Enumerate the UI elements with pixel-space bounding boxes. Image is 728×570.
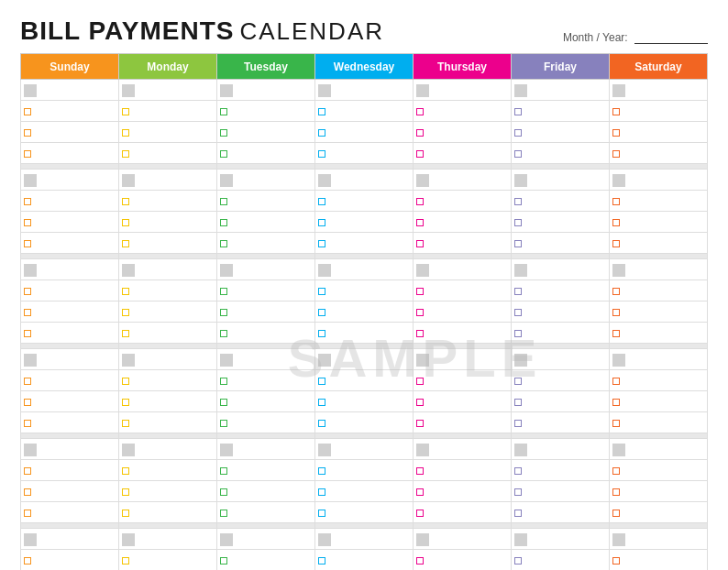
item-cell[interactable]: [217, 550, 315, 571]
checkbox[interactable]: [612, 150, 620, 158]
item-cell[interactable]: [414, 212, 512, 233]
item-cell[interactable]: [119, 481, 217, 502]
item-cell[interactable]: [512, 481, 610, 502]
checkbox[interactable]: [514, 399, 522, 406]
checkbox[interactable]: [416, 378, 424, 385]
checkbox[interactable]: [612, 467, 620, 475]
checkbox[interactable]: [416, 399, 424, 406]
checkbox[interactable]: [24, 288, 31, 295]
item-cell[interactable]: [414, 122, 512, 143]
checkbox[interactable]: [416, 309, 424, 316]
item-cell[interactable]: [414, 101, 512, 122]
item-cell[interactable]: [21, 301, 119, 323]
checkbox[interactable]: [514, 219, 522, 226]
item-cell[interactable]: [414, 370, 512, 391]
item-cell[interactable]: [414, 502, 512, 523]
item-cell[interactable]: [610, 101, 708, 122]
item-cell[interactable]: [21, 460, 119, 481]
checkbox[interactable]: [416, 467, 424, 475]
checkbox[interactable]: [318, 420, 325, 427]
checkbox[interactable]: [122, 488, 129, 496]
checkbox[interactable]: [416, 488, 424, 496]
checkbox[interactable]: [318, 309, 325, 316]
item-cell[interactable]: [119, 391, 217, 412]
checkbox[interactable]: [24, 330, 31, 337]
checkbox[interactable]: [514, 378, 522, 385]
checkbox[interactable]: [318, 129, 325, 137]
item-cell[interactable]: [21, 502, 119, 523]
checkbox[interactable]: [318, 330, 325, 337]
checkbox[interactable]: [122, 150, 129, 158]
item-cell[interactable]: [315, 502, 414, 523]
checkbox[interactable]: [24, 420, 31, 427]
item-cell[interactable]: [414, 412, 512, 433]
checkbox[interactable]: [122, 399, 129, 406]
item-cell[interactable]: [512, 370, 610, 391]
item-cell[interactable]: [512, 191, 610, 212]
item-cell[interactable]: [217, 301, 315, 323]
item-cell[interactable]: [512, 122, 610, 143]
checkbox[interactable]: [220, 309, 227, 316]
checkbox[interactable]: [514, 240, 522, 247]
item-cell[interactable]: [119, 502, 217, 523]
checkbox[interactable]: [514, 288, 522, 295]
item-cell[interactable]: [315, 212, 414, 233]
checkbox[interactable]: [122, 198, 129, 205]
checkbox[interactable]: [122, 510, 129, 517]
item-cell[interactable]: [21, 233, 119, 254]
checkbox[interactable]: [220, 219, 227, 226]
item-cell[interactable]: [512, 212, 610, 233]
checkbox[interactable]: [220, 108, 227, 115]
checkbox[interactable]: [24, 108, 31, 115]
checkbox[interactable]: [612, 399, 620, 406]
checkbox[interactable]: [220, 288, 227, 295]
item-cell[interactable]: [119, 280, 217, 301]
item-cell[interactable]: [610, 191, 708, 212]
item-cell[interactable]: [414, 143, 512, 164]
item-cell[interactable]: [315, 370, 414, 391]
item-cell[interactable]: [119, 370, 217, 391]
item-cell[interactable]: [217, 412, 315, 433]
item-cell[interactable]: [315, 391, 414, 412]
item-cell[interactable]: [512, 101, 610, 122]
checkbox[interactable]: [24, 467, 31, 475]
item-cell[interactable]: [315, 481, 414, 502]
item-cell[interactable]: [21, 101, 119, 122]
item-cell[interactable]: [610, 550, 708, 571]
item-cell[interactable]: [315, 143, 414, 164]
item-cell[interactable]: [610, 502, 708, 523]
checkbox[interactable]: [318, 488, 325, 496]
item-cell[interactable]: [217, 323, 315, 344]
checkbox[interactable]: [122, 467, 129, 475]
checkbox[interactable]: [514, 510, 522, 517]
checkbox[interactable]: [220, 330, 227, 337]
checkbox[interactable]: [416, 240, 424, 247]
item-cell[interactable]: [512, 391, 610, 412]
item-cell[interactable]: [512, 460, 610, 481]
item-cell[interactable]: [512, 502, 610, 523]
checkbox[interactable]: [612, 420, 620, 427]
item-cell[interactable]: [414, 233, 512, 254]
checkbox[interactable]: [318, 198, 325, 205]
checkbox[interactable]: [24, 399, 31, 406]
item-cell[interactable]: [610, 370, 708, 391]
checkbox[interactable]: [416, 288, 424, 295]
item-cell[interactable]: [414, 323, 512, 344]
checkbox[interactable]: [612, 330, 620, 337]
item-cell[interactable]: [610, 412, 708, 433]
item-cell[interactable]: [315, 301, 414, 323]
checkbox[interactable]: [24, 378, 31, 385]
checkbox[interactable]: [24, 488, 31, 496]
item-cell[interactable]: [414, 460, 512, 481]
item-cell[interactable]: [21, 550, 119, 571]
item-cell[interactable]: [217, 481, 315, 502]
checkbox[interactable]: [612, 288, 620, 295]
checkbox[interactable]: [416, 510, 424, 517]
item-cell[interactable]: [610, 301, 708, 323]
checkbox[interactable]: [318, 399, 325, 406]
item-cell[interactable]: [610, 233, 708, 254]
checkbox[interactable]: [514, 129, 522, 137]
checkbox[interactable]: [24, 198, 31, 205]
item-cell[interactable]: [21, 280, 119, 301]
item-cell[interactable]: [610, 143, 708, 164]
